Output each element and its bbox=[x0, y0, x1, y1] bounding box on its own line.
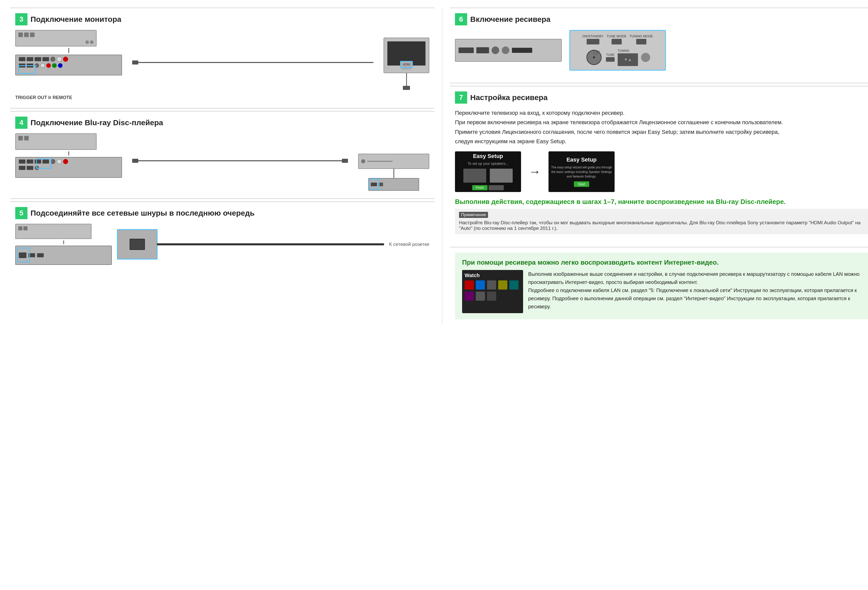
internet-title: При помощи ресивера можно легко воспроиз… bbox=[462, 259, 862, 266]
hdmi-cable-to-tv bbox=[132, 60, 373, 65]
section-7-header: 7 Настройка ресивера bbox=[455, 91, 868, 104]
section-5-number: 5 bbox=[15, 207, 27, 219]
bluray-back bbox=[368, 178, 419, 191]
section-5-header: 5 Подсоединяйте все сетевые шнуры в посл… bbox=[15, 207, 429, 219]
section-4-header: 4 Подключение Blu-ray Disc-плейера bbox=[15, 116, 429, 129]
section-7-highlight: Выполнив действия, содержащиеся в шагах … bbox=[455, 197, 868, 206]
trigger-out-label: TRIGGER OUT Ir REMOTE bbox=[15, 95, 429, 100]
tv-device: HDMI bbox=[384, 38, 429, 90]
section-3-diagram: HDMI TRIGGER OUT Ir REMOTE bbox=[15, 30, 429, 100]
hdmi-cable-to-bluray bbox=[132, 159, 348, 163]
watch-icons bbox=[465, 280, 521, 301]
easy-setup-screens: Easy Setup To set up your speakers... Fi… bbox=[455, 152, 868, 192]
section-7-body: Переключите телевизор на вход, к котором… bbox=[455, 108, 868, 146]
screen-1-title: Easy Setup bbox=[473, 153, 503, 159]
section-7: 7 Настройка ресивера Переключите телевиз… bbox=[450, 86, 868, 242]
receiver-top-s4 bbox=[15, 133, 97, 150]
section-3: 3 Подключение монитора bbox=[10, 7, 434, 108]
section-3-header: 3 Подключение монитора bbox=[15, 13, 429, 25]
section-6-diagram: ON/STANDBY TUNE MODE TUNING MODE bbox=[455, 30, 868, 71]
section-4: 4 Подключение Blu-ray Disc-плейера bbox=[10, 111, 434, 199]
receiver-back-s4 bbox=[15, 157, 122, 178]
screen-2-start-btn[interactable]: Start bbox=[574, 181, 589, 187]
watch-screen: Watch bbox=[462, 270, 523, 313]
section-7-title: Настройка ресивера bbox=[470, 93, 548, 102]
watch-title: Watch bbox=[465, 272, 521, 278]
screen-2-subtitle: The easy setup wizard will guide you thr… bbox=[551, 165, 612, 179]
bluray-hdmi-highlight bbox=[369, 178, 379, 190]
bluray-player bbox=[358, 154, 429, 191]
screen-1-subtitle: To set up your speakers... bbox=[468, 162, 508, 166]
section-7-number: 7 bbox=[455, 91, 467, 104]
section-3-title: Подключение монитора bbox=[31, 15, 121, 24]
section-4-title: Подключение Blu-ray Disc-плейера bbox=[31, 118, 163, 127]
note-label: Примечание bbox=[459, 212, 488, 218]
network-label: К сетевой розетке bbox=[389, 241, 429, 247]
section-6: 6 Включение ресивера bbox=[450, 7, 868, 83]
section-6-title: Включение ресивера bbox=[470, 15, 551, 24]
internet-content: Watch Выполнив изображенные выше соедине… bbox=[462, 270, 862, 313]
lan-port-highlight bbox=[17, 248, 30, 262]
receiver-top-view bbox=[15, 30, 97, 47]
receiver-back-panel bbox=[15, 54, 122, 75]
arrow-next: → bbox=[528, 165, 541, 178]
screen-2-title: Easy Setup bbox=[567, 156, 597, 163]
internet-text: Выполнив изображенные выше соединения и … bbox=[528, 270, 862, 310]
section-5-diagram: К сетевой розетке bbox=[15, 224, 429, 265]
internet-section: При помощи ресивера можно легко воспроиз… bbox=[455, 253, 868, 319]
receiver-front-view bbox=[455, 39, 562, 62]
note-box: Примечание Настройте Blu-ray Disc-плейер… bbox=[455, 209, 868, 234]
section-6-number: 6 bbox=[455, 13, 467, 25]
tv-port-highlight: HDMI bbox=[400, 61, 413, 68]
arrow-down bbox=[15, 48, 122, 53]
power-section-highlight: ON/STANDBY TUNE MODE TUNING MODE bbox=[569, 30, 666, 71]
section-6-header: 6 Включение ресивера bbox=[455, 13, 868, 25]
note-text: Настройте Blu-ray Disc-плейер так, чтобы… bbox=[459, 220, 865, 231]
section-4-diagram bbox=[15, 133, 429, 191]
lan-cable bbox=[117, 229, 384, 260]
section-4-number: 4 bbox=[15, 116, 27, 129]
section-5: 5 Подсоединяйте все сетевые шнуры в посл… bbox=[10, 202, 434, 277]
hdmi-in-highlight bbox=[36, 159, 51, 169]
section-5-title: Подсоединяйте все сетевые шнуры в послед… bbox=[31, 209, 254, 218]
easy-setup-screen-1: Easy Setup To set up your speakers... Fi… bbox=[455, 152, 521, 192]
section-3-number: 3 bbox=[15, 13, 27, 25]
easy-setup-screen-2: Easy Setup The easy setup wizard will gu… bbox=[549, 152, 615, 192]
